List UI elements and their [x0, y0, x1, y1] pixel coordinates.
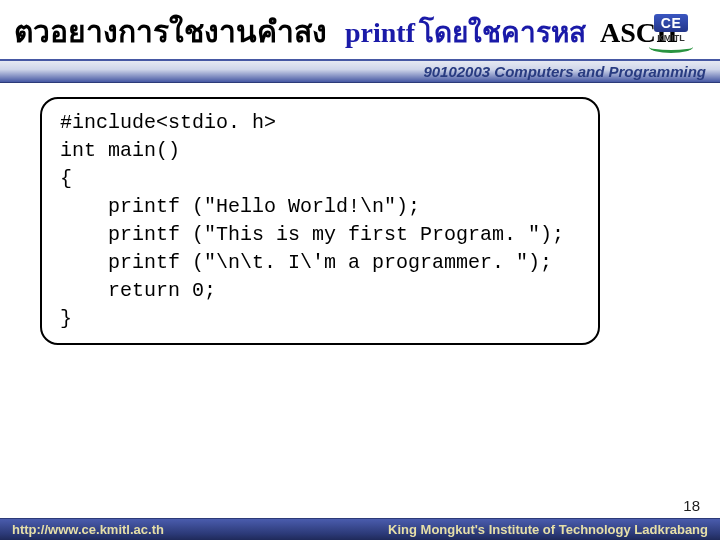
footer-band: http://www.ce.kmitl.ac.th King Mongkut's… — [0, 518, 720, 540]
code-content: #include<stdio. h> int main() { printf (… — [60, 109, 580, 333]
code-box: #include<stdio. h> int main() { printf (… — [40, 97, 600, 345]
course-text: 90102003 Computers and Programming — [423, 63, 706, 80]
page-number: 18 — [683, 497, 700, 514]
title-thai-suffix: โดยใชคารหส — [419, 17, 586, 48]
logo-top: CE KMITL — [632, 10, 710, 56]
footer-url: http://www.ce.kmitl.ac.th — [12, 522, 164, 537]
title-printf: printf — [345, 17, 415, 48]
footer-institute: King Mongkut's Institute of Technology L… — [388, 522, 708, 537]
title-thai-prefix: ตวอยางการใชงานคำสง — [14, 8, 327, 55]
logo-swoosh-icon — [649, 41, 693, 53]
slide-title-row: ตวอยางการใชงานคำสง printf โดยใชคารหส ASC… — [0, 0, 720, 59]
logo-ce-badge: CE — [654, 14, 688, 32]
header-band: 90102003 Computers and Programming — [0, 59, 720, 83]
title-main: printf โดยใชคารหส ASCII — [345, 10, 678, 54]
